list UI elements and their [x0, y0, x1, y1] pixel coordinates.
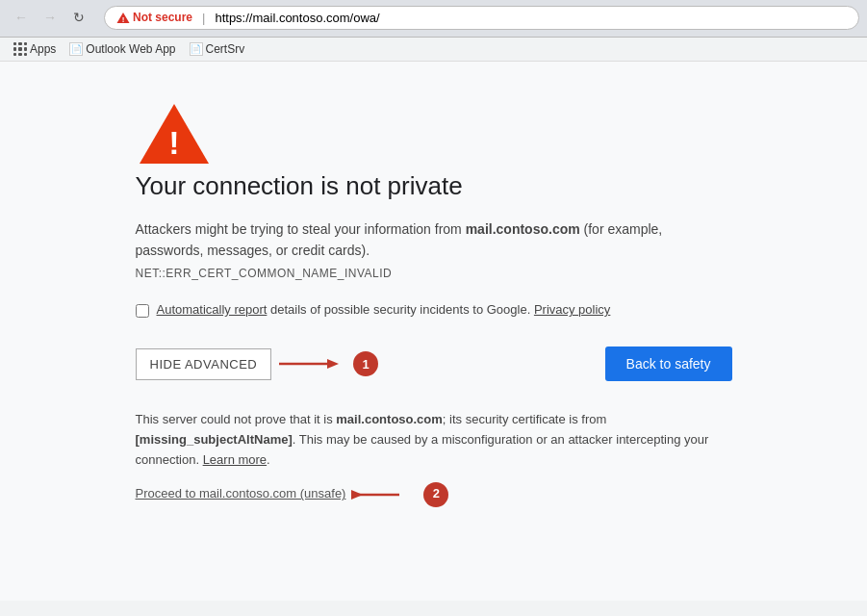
- refresh-button[interactable]: ↻: [65, 4, 92, 31]
- annotation-badge-1: 1: [353, 351, 378, 376]
- https-strikethrough: https: [215, 11, 242, 25]
- error-code: NET::ERR_CERT_COMMON_NAME_INVALID: [136, 267, 393, 280]
- not-secure-badge: ! Not secure: [116, 11, 192, 24]
- annotation-arrow-1: [279, 352, 342, 375]
- warning-icon-small: !: [116, 12, 130, 24]
- checkbox-text: Automatically report details of possible…: [157, 302, 611, 317]
- svg-marker-7: [351, 490, 363, 500]
- apps-grid-icon: [13, 42, 27, 56]
- outlook-bookmark-label: Outlook Web App: [86, 42, 175, 56]
- address-url: https://mail.contoso.com/owa/: [215, 11, 379, 25]
- annotation-arrow-2: [351, 483, 414, 506]
- apps-label: Apps: [30, 42, 56, 56]
- description-prefix: Attackers might be trying to steal your …: [136, 221, 466, 237]
- address-bar[interactable]: ! Not secure | https://mail.contoso.com/…: [104, 6, 859, 30]
- automatically-report-link[interactable]: Automatically report: [157, 302, 268, 317]
- warning-triangle-icon: !: [136, 100, 213, 167]
- advanced-cert-name: [missing_subjectAltName]: [136, 432, 293, 447]
- actions-row: HIDE ADVANCED 1 Back to safety: [136, 346, 732, 381]
- error-container: ! Your connection is not private Attacke…: [136, 100, 732, 562]
- bookmark-favicon-outlook: 📄: [69, 42, 83, 56]
- back-button[interactable]: ←: [8, 4, 35, 31]
- hide-advanced-button[interactable]: HIDE ADVANCED: [136, 348, 272, 380]
- proceed-wrapper: Proceed to mail.contoso.com (unsafe) 2: [136, 482, 732, 507]
- svg-marker-5: [327, 359, 339, 369]
- browser-chrome: ← → ↻ ! Not secure | https://mail.contos…: [0, 0, 867, 62]
- advanced-domain: mail.contoso.com: [336, 412, 443, 426]
- checkbox-row: Automatically report details of possible…: [136, 302, 732, 318]
- address-separator: |: [202, 11, 205, 25]
- forward-button[interactable]: →: [37, 4, 64, 31]
- proceed-link[interactable]: Proceed to mail.contoso.com (unsafe): [136, 484, 346, 504]
- privacy-policy-link[interactable]: Privacy policy: [534, 302, 610, 317]
- svg-text:!: !: [168, 124, 179, 161]
- learn-more-link[interactable]: Learn more: [203, 452, 267, 467]
- apps-bookmark[interactable]: Apps: [8, 40, 62, 58]
- svg-text:!: !: [122, 15, 125, 24]
- page-content: ! Your connection is not private Attacke…: [0, 62, 867, 601]
- bookmark-favicon-certsrv: 📄: [190, 42, 203, 56]
- address-rest: ://mail.contoso.com/owa/: [242, 11, 380, 25]
- description-domain: mail.contoso.com: [466, 221, 580, 237]
- auto-report-checkbox[interactable]: [136, 304, 149, 318]
- certsrv-bookmark[interactable]: 📄 CertSrv: [184, 40, 251, 58]
- outlook-web-app-bookmark[interactable]: 📄 Outlook Web App: [64, 40, 181, 58]
- checkbox-label-after: details of possible security incidents t…: [267, 302, 530, 317]
- back-to-safety-button[interactable]: Back to safety: [605, 346, 732, 381]
- annotation-badge-2: 2: [423, 482, 448, 507]
- certsrv-bookmark-label: CertSrv: [206, 42, 245, 56]
- error-heading: Your connection is not private: [136, 171, 732, 201]
- advanced-description: This server could not prove that it is m…: [136, 410, 732, 470]
- advanced-section: This server could not prove that it is m…: [136, 410, 732, 506]
- not-secure-label: Not secure: [133, 11, 192, 24]
- error-description: Attackers might be trying to steal your …: [136, 218, 732, 283]
- bookmarks-bar: Apps 📄 Outlook Web App 📄 CertSrv: [0, 38, 867, 62]
- hide-advanced-wrapper: HIDE ADVANCED 1: [136, 348, 379, 380]
